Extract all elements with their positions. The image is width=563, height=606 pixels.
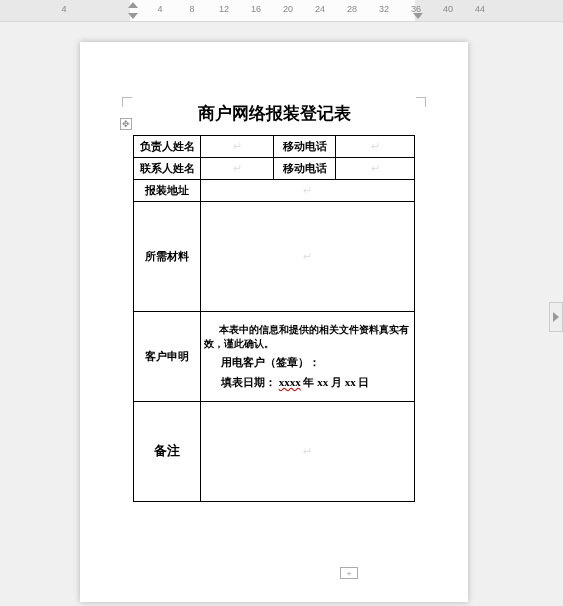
input-cell[interactable] [201,158,274,180]
signature-line: 用电客户（签章）： [204,355,411,370]
input-cell[interactable] [201,180,415,202]
table-row[interactable]: 所需材料 [134,202,415,312]
label-cell[interactable]: 移动电话 [274,136,336,158]
input-cell[interactable] [201,136,274,158]
date-label: 填表日期： [221,376,276,388]
table-row[interactable]: 备注 [134,402,415,502]
left-indent-marker[interactable] [128,13,138,19]
ruler-tick-label: 4 [157,4,162,14]
horizontal-ruler[interactable]: 4 4 8 12 16 20 24 28 32 36 40 44 [0,0,563,22]
document-canvas[interactable]: ✥ 商户网络报装登记表 负责人姓名 移动电话 [0,22,563,606]
registration-table[interactable]: 负责人姓名 移动电话 联系人姓名 移动电话 报装地址 [133,135,415,502]
ruler-tick-label: 12 [219,4,229,14]
ruler-tick-label: 44 [475,4,485,14]
table-move-handle[interactable]: ✥ [120,118,132,130]
ruler-tick-label: 40 [443,4,453,14]
label-cell[interactable]: 移动电话 [274,158,336,180]
input-cell[interactable] [201,402,415,502]
date-year: xxxx [279,376,301,388]
declaration-text: 本表中的信息和提供的相关文件资料真实有效，谨此确认。 [204,323,411,351]
label-cell[interactable]: 备注 [134,402,201,502]
table-row[interactable]: 负责人姓名 移动电话 [134,136,415,158]
ruler-tick-label: 4 [61,4,66,14]
page[interactable]: ✥ 商户网络报装登记表 负责人姓名 移动电话 [80,42,468,602]
first-line-indent-marker[interactable] [128,2,138,8]
table-resize-handle[interactable]: + [340,567,358,579]
signature-label: 用电客户（签章）： [221,356,320,368]
ruler-tick-label: 28 [347,4,357,14]
margin-corner-icon [416,97,426,107]
ruler-tick-label: 8 [189,4,194,14]
ruler-tick-label: 24 [315,4,325,14]
table-row[interactable]: 客户申明 本表中的信息和提供的相关文件资料真实有效，谨此确认。 用电客户（签章）… [134,312,415,402]
right-indent-marker[interactable] [413,13,423,19]
document-title[interactable]: 商户网络报装登记表 [133,102,415,125]
label-cell[interactable]: 联系人姓名 [134,158,201,180]
table-row[interactable]: 联系人姓名 移动电话 [134,158,415,180]
declaration-cell[interactable]: 本表中的信息和提供的相关文件资料真实有效，谨此确认。 用电客户（签章）： 填表日… [201,312,415,402]
date-rest: 年 xx 月 xx 日 [303,376,369,388]
input-cell[interactable] [336,136,415,158]
label-cell[interactable]: 客户申明 [134,312,201,402]
margin-corner-icon [122,97,132,107]
label-cell[interactable]: 所需材料 [134,202,201,312]
input-cell[interactable] [201,202,415,312]
date-line: 填表日期： xxxx 年 xx 月 xx 日 [204,375,411,390]
ruler-tick-label: 20 [283,4,293,14]
label-cell[interactable]: 报装地址 [134,180,201,202]
ruler-tick-label: 16 [251,4,261,14]
word-processor-view: 4 4 8 12 16 20 24 28 32 36 40 44 ✥ 商户网络报… [0,0,563,606]
ruler-tick-label: 32 [379,4,389,14]
input-cell[interactable] [336,158,415,180]
table-row[interactable]: 报装地址 [134,180,415,202]
next-page-button[interactable] [549,302,563,332]
label-cell[interactable]: 负责人姓名 [134,136,201,158]
